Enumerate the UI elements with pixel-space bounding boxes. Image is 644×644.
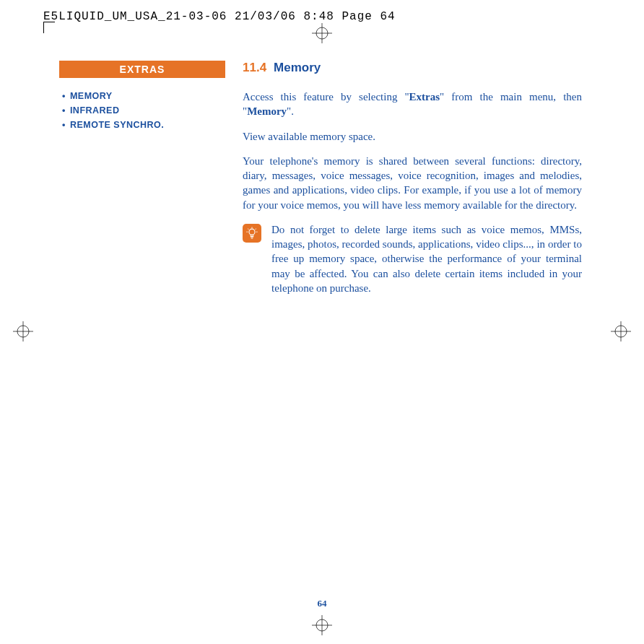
sidebar-item-memory: •MEMORY — [62, 91, 225, 101]
bold-extras: Extras — [409, 91, 440, 103]
registration-mark-top-icon — [312, 23, 332, 43]
registration-mark-left-icon — [13, 321, 33, 341]
sidebar-item-infrared: •INFRARED — [62, 105, 225, 116]
bullet-icon: • — [62, 91, 66, 101]
tip-paragraph: Do not forget to delete large items such… — [271, 222, 582, 295]
view-line: View available memory space. — [243, 129, 582, 144]
text: Access this feature by selecting " — [243, 91, 409, 103]
sidebar-item-label: INFRARED — [70, 105, 120, 116]
sidebar-title: EXTRAS — [59, 61, 225, 78]
sidebar-item-label: REMOTE SYNCHRO. — [70, 120, 164, 130]
sidebar: EXTRAS •MEMORY •INFRARED •REMOTE SYNCHRO… — [59, 61, 225, 134]
sidebar-item-label: MEMORY — [70, 91, 113, 101]
bold-memory: Memory — [247, 105, 287, 117]
page-number: 64 — [0, 598, 644, 609]
registration-mark-bottom-icon — [312, 615, 332, 635]
lightbulb-icon — [243, 224, 261, 243]
section-title: Memory — [274, 61, 321, 74]
crop-corner-mark — [43, 22, 55, 33]
crop-info-header: E5LIQUID_UM_USA_21-03-06 21/03/06 8:48 P… — [43, 10, 396, 23]
section-number: 11.4 — [243, 61, 266, 74]
svg-line-15 — [256, 228, 256, 229]
svg-rect-18 — [251, 235, 253, 236]
access-paragraph: Access this feature by selecting "Extras… — [243, 90, 582, 119]
text: ". — [287, 105, 294, 117]
sidebar-item-remote-synchro: •REMOTE SYNCHRO. — [62, 120, 225, 130]
section-heading: 11.4Memory — [243, 61, 582, 75]
bullet-icon: • — [62, 105, 66, 116]
svg-point-12 — [249, 229, 255, 235]
shared-memory-paragraph: Your telephone's memory is shared betwee… — [243, 154, 582, 212]
sidebar-items: •MEMORY •INFRARED •REMOTE SYNCHRO. — [62, 91, 225, 130]
registration-mark-right-icon — [611, 321, 631, 341]
tip-block: Do not forget to delete large items such… — [243, 222, 582, 295]
bullet-icon: • — [62, 120, 66, 130]
page: E5LIQUID_UM_USA_21-03-06 21/03/06 8:48 P… — [0, 0, 644, 644]
svg-line-14 — [248, 228, 248, 229]
main-content: 11.4Memory Access this feature by select… — [243, 61, 582, 295]
